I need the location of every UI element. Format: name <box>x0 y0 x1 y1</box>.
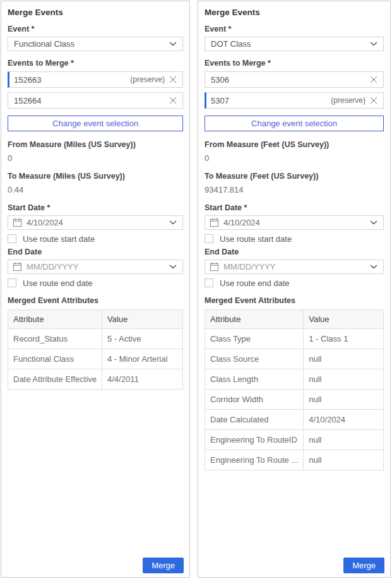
start-date-input[interactable]: 4/10/2024 <box>205 215 384 230</box>
use-route-end-date-checkbox[interactable] <box>205 278 213 287</box>
table-row: Engineering To RouteID null <box>205 430 384 450</box>
value-cell: null <box>304 369 384 390</box>
value-cell: null <box>304 349 384 369</box>
value-header: Value <box>102 310 183 329</box>
use-route-end-date-row: Use route end date <box>8 278 183 288</box>
change-event-selection-button[interactable]: Change event selection <box>205 116 384 131</box>
value-cell: 1 - Class 1 <box>304 329 384 349</box>
chevron-down-icon <box>169 265 177 269</box>
calendar-icon <box>210 262 219 272</box>
attribute-cell: Class Type <box>205 329 304 349</box>
use-route-end-date-checkbox[interactable] <box>8 278 16 287</box>
event-id: 5307 <box>211 96 331 105</box>
end-date-input[interactable]: MM/DD/YYYY <box>205 260 384 274</box>
table-row: Class Length null <box>205 369 384 390</box>
merge-events-panel-right: Merge Events Event * DOT Class Events to… <box>198 1 391 578</box>
start-date-value: 4/10/2024 <box>223 218 366 227</box>
end-date-input[interactable]: MM/DD/YYYY <box>8 260 183 274</box>
merge-events-panel-left: Merge Events Event * Functional Class Ev… <box>1 1 190 578</box>
use-route-end-date-label: Use route end date <box>23 278 93 288</box>
chevron-down-icon <box>370 42 377 46</box>
start-date-input[interactable]: 4/10/2024 <box>8 215 183 230</box>
use-route-start-date-row: Use route start date <box>8 234 183 244</box>
table-row: Class Source null <box>205 349 384 369</box>
use-route-start-date-checkbox[interactable] <box>205 234 213 243</box>
event-id: 152664 <box>14 96 165 105</box>
table-row: Functional Class 4 - Minor Arterial <box>8 349 183 369</box>
attribute-cell: Engineering To RouteID <box>205 430 304 450</box>
value-cell: null <box>304 390 384 410</box>
merged-attributes-table: Attribute Value Class Type 1 - Class 1 C… <box>205 309 384 470</box>
preserve-tag: (preserve) <box>331 96 365 105</box>
attribute-cell: Date Calculated <box>205 410 304 430</box>
attribute-cell: Record_Status <box>8 329 102 349</box>
event-id: 152663 <box>14 75 130 85</box>
table-row: Class Type 1 - Class 1 <box>205 329 384 349</box>
close-icon[interactable] <box>169 97 177 104</box>
event-select-value: DOT Class <box>211 39 366 49</box>
event-select-value: Functional Class <box>14 39 165 49</box>
merge-button[interactable]: Merge <box>343 558 384 573</box>
table-row: Corridor Width null <box>205 390 384 410</box>
end-date-label: End Date <box>8 248 183 256</box>
chevron-down-icon <box>169 42 177 46</box>
change-event-selection-button[interactable]: Change event selection <box>8 116 183 131</box>
close-icon[interactable] <box>370 97 377 104</box>
value-cell: 5 - Active <box>102 329 183 349</box>
attribute-cell: Engineering To Route ... <box>205 450 304 470</box>
panel-content: Merge Events Event * Functional Class Ev… <box>1 1 189 577</box>
use-route-end-date-label: Use route end date <box>220 278 290 288</box>
merged-event-attributes-label: Merged Event Attributes <box>205 296 384 305</box>
from-measure-value: 0 <box>8 153 183 163</box>
chevron-down-icon <box>169 220 177 225</box>
start-date-label: Start Date * <box>205 203 384 212</box>
table-row: Engineering To Route ... null <box>205 450 384 470</box>
value-cell: 4/4/2011 <box>102 369 183 390</box>
preserve-tag: (preserve) <box>130 75 165 84</box>
from-measure-label: From Measure (Feet (US Survey)) <box>205 140 384 149</box>
table-row: Date Calculated 4/10/2024 <box>205 410 384 430</box>
event-select[interactable]: DOT Class <box>205 37 384 51</box>
to-measure-value: 93417.814 <box>205 185 384 194</box>
end-date-placeholder: MM/DD/YYYY <box>27 262 165 272</box>
end-date-label: End Date <box>205 248 384 256</box>
close-icon[interactable] <box>370 76 377 83</box>
event-label: Event * <box>205 25 384 33</box>
table-row: Date Attribute Effective 4/4/2011 <box>8 369 183 390</box>
panel-content: Merge Events Event * DOT Class Events to… <box>198 1 390 577</box>
merge-button[interactable]: Merge <box>143 558 184 573</box>
merged-attributes-table: Attribute Value Record_Status 5 - Active… <box>8 309 183 390</box>
calendar-icon <box>13 218 22 227</box>
attribute-cell: Class Length <box>205 369 304 390</box>
chevron-down-icon <box>370 265 377 269</box>
attribute-cell: Functional Class <box>8 349 102 369</box>
from-measure-value: 0 <box>205 153 384 163</box>
event-id: 5306 <box>211 75 365 85</box>
value-cell: 4/10/2024 <box>304 410 384 430</box>
to-measure-value: 0.44 <box>8 185 183 194</box>
event-label: Event * <box>8 25 183 33</box>
event-to-merge-input[interactable]: 5306 <box>205 71 384 88</box>
table-row: Record_Status 5 - Active <box>8 329 183 349</box>
events-to-merge-label: Events to Merge * <box>8 59 183 68</box>
use-route-start-date-label: Use route start date <box>220 234 292 244</box>
event-select[interactable]: Functional Class <box>8 37 183 51</box>
event-to-merge-input[interactable]: 152663 (preserve) <box>8 71 183 88</box>
value-cell: null <box>304 450 384 470</box>
event-to-merge-input[interactable]: 152664 <box>8 92 183 109</box>
chevron-down-icon <box>370 220 377 225</box>
use-route-start-date-row: Use route start date <box>205 234 384 244</box>
panel-title: Merge Events <box>205 8 384 17</box>
use-route-start-date-checkbox[interactable] <box>8 234 16 243</box>
end-date-placeholder: MM/DD/YYYY <box>223 262 366 272</box>
attribute-header: Attribute <box>8 310 102 329</box>
event-to-merge-input[interactable]: 5307 (preserve) <box>205 92 384 109</box>
to-measure-label: To Measure (Miles (US Survey)) <box>8 172 183 181</box>
attribute-cell: Date Attribute Effective <box>8 369 102 390</box>
attribute-cell: Class Source <box>205 349 304 369</box>
start-date-value: 4/10/2024 <box>27 218 165 227</box>
merged-event-attributes-label: Merged Event Attributes <box>8 296 183 305</box>
calendar-icon <box>13 262 22 272</box>
close-icon[interactable] <box>169 76 177 83</box>
attribute-header: Attribute <box>205 310 304 329</box>
